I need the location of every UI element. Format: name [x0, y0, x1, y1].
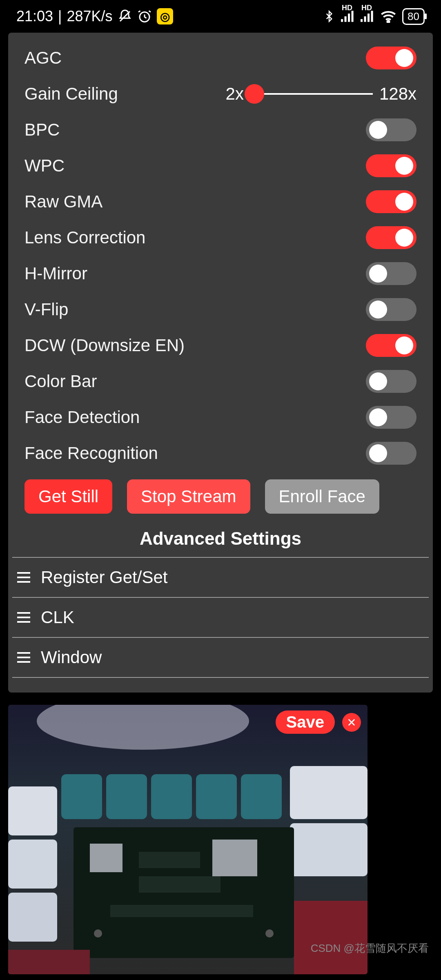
- close-icon: [347, 718, 356, 727]
- mute-icon: [118, 9, 132, 24]
- signal-1-icon: HD: [341, 10, 355, 22]
- save-button[interactable]: Save: [276, 710, 335, 734]
- label-facedet: Face Detection: [24, 408, 366, 427]
- toggle-wpc[interactable]: [366, 154, 416, 177]
- status-left: 21:03 | 287K/s ◎: [16, 8, 173, 25]
- row-vflip: V-Flip: [12, 292, 429, 327]
- row-hmirror: H-Mirror: [12, 256, 429, 292]
- svg-point-29: [94, 929, 102, 938]
- svg-rect-9: [371, 11, 373, 22]
- row-facedet: Face Detection: [12, 399, 429, 435]
- app-icon: ◎: [157, 8, 173, 24]
- status-sep: |: [58, 8, 62, 25]
- row-dcw: DCW (Downsize EN): [12, 327, 429, 363]
- row-gain-ceiling: Gain Ceiling 2x 128x: [12, 76, 429, 112]
- toggle-vflip[interactable]: [366, 298, 416, 321]
- svg-rect-22: [290, 823, 368, 876]
- label-dcw: DCW (Downsize EN): [24, 336, 366, 355]
- adv-item-clk[interactable]: CLK: [12, 597, 429, 637]
- close-button[interactable]: [342, 713, 361, 732]
- advanced-heading: Advanced Settings: [12, 518, 429, 557]
- svg-rect-3: [345, 16, 347, 22]
- status-speed: 287K/s: [67, 8, 112, 25]
- svg-rect-14: [8, 840, 57, 889]
- svg-rect-24: [90, 844, 122, 872]
- enroll-face-button[interactable]: Enroll Face: [265, 479, 379, 514]
- label-bpc: BPC: [24, 120, 366, 140]
- svg-rect-6: [361, 19, 363, 22]
- svg-rect-18: [151, 774, 192, 819]
- svg-rect-31: [294, 901, 368, 974]
- alarm-icon: [137, 9, 152, 24]
- battery-icon: 80: [402, 8, 425, 25]
- label-hmirror: H-Mirror: [24, 264, 366, 283]
- row-facerec: Face Recognition: [12, 435, 429, 471]
- row-colorbar: Color Bar: [12, 363, 429, 399]
- svg-rect-25: [212, 840, 257, 876]
- svg-rect-26: [139, 852, 200, 868]
- label-gain-ceiling: Gain Ceiling: [24, 84, 226, 104]
- bluetooth-icon: [323, 9, 335, 24]
- camera-preview: Save: [8, 705, 368, 974]
- stop-stream-button[interactable]: Stop Stream: [127, 479, 250, 514]
- svg-rect-19: [196, 774, 237, 819]
- svg-rect-28: [110, 905, 253, 917]
- row-lenscorr: Lens Correction: [12, 220, 429, 256]
- toggle-facedet[interactable]: [366, 406, 416, 429]
- svg-rect-5: [352, 11, 354, 22]
- svg-point-10: [388, 21, 390, 23]
- toggle-lenscorr[interactable]: [366, 226, 416, 249]
- adv-label-register: Register Get/Set: [41, 568, 167, 587]
- hamburger-icon: [17, 612, 30, 623]
- status-time: 21:03: [16, 8, 53, 25]
- status-right: HD HD 80: [323, 8, 425, 25]
- wifi-icon: [380, 10, 396, 23]
- label-vflip: V-Flip: [24, 300, 366, 319]
- svg-rect-2: [341, 19, 343, 22]
- button-row: Get Still Stop Stream Enroll Face: [12, 471, 429, 518]
- row-rawgma: Raw GMA: [12, 184, 429, 220]
- label-lenscorr: Lens Correction: [24, 228, 366, 247]
- status-bar: 21:03 | 287K/s ◎ HD HD 80: [0, 0, 441, 33]
- svg-rect-21: [290, 766, 368, 819]
- svg-rect-27: [139, 876, 220, 893]
- preview-overlay: Save: [276, 710, 361, 734]
- label-rawgma: Raw GMA: [24, 192, 366, 212]
- label-wpc: WPC: [24, 156, 366, 176]
- get-still-button[interactable]: Get Still: [24, 479, 112, 514]
- svg-point-30: [265, 929, 274, 938]
- slider-min-label: 2x: [226, 84, 244, 104]
- svg-rect-8: [368, 13, 370, 22]
- svg-rect-15: [8, 893, 57, 942]
- label-colorbar: Color Bar: [24, 372, 366, 391]
- row-agc: AGC: [12, 40, 429, 76]
- row-bpc: BPC: [12, 112, 429, 148]
- toggle-agc[interactable]: [366, 47, 416, 69]
- adv-item-window[interactable]: Window: [12, 637, 429, 678]
- hamburger-icon: [17, 572, 30, 583]
- watermark: CSDN @花雪随风不厌看: [311, 941, 429, 956]
- label-agc: AGC: [24, 48, 366, 68]
- gain-slider-thumb[interactable]: [245, 84, 264, 104]
- svg-rect-17: [106, 774, 147, 819]
- hamburger-icon: [17, 652, 30, 663]
- adv-item-register[interactable]: Register Get/Set: [12, 557, 429, 597]
- label-facerec: Face Recognition: [24, 443, 366, 463]
- svg-rect-7: [364, 16, 366, 22]
- svg-rect-20: [241, 774, 282, 819]
- toggle-hmirror[interactable]: [366, 262, 416, 285]
- svg-rect-16: [61, 774, 102, 819]
- gain-slider[interactable]: [250, 93, 373, 95]
- settings-panel: AGC Gain Ceiling 2x 128x BPC WPC Raw GMA…: [8, 33, 433, 693]
- preview-image: [8, 705, 368, 974]
- toggle-colorbar[interactable]: [366, 370, 416, 393]
- toggle-dcw[interactable]: [366, 334, 416, 357]
- adv-label-window: Window: [41, 648, 102, 667]
- toggle-facerec[interactable]: [366, 442, 416, 465]
- row-wpc: WPC: [12, 148, 429, 184]
- svg-rect-4: [348, 13, 350, 22]
- adv-label-clk: CLK: [41, 608, 74, 627]
- toggle-bpc[interactable]: [366, 118, 416, 141]
- svg-rect-13: [8, 786, 57, 835]
- toggle-rawgma[interactable]: [366, 190, 416, 213]
